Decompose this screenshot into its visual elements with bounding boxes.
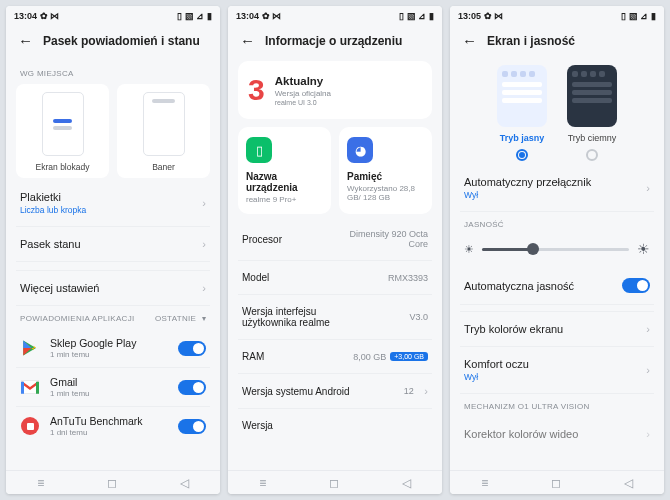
status-time: 13:04	[14, 11, 37, 21]
storage-icon: ◕	[347, 137, 373, 163]
ram-expansion-badge: +3,00 GB	[390, 352, 428, 361]
row-auto-switch-sub: Wył	[464, 190, 591, 200]
section-label-location: WG MIEJSCA	[16, 61, 210, 84]
row-version[interactable]: Wersja	[238, 409, 432, 442]
row-color-mode-title: Tryb kolorów ekranu	[464, 323, 563, 335]
nav-back-icon[interactable]: ◁	[180, 476, 189, 490]
nav-home-icon[interactable]: ◻	[329, 476, 339, 490]
page-header: ← Pasek powiadomień i stanu	[6, 26, 220, 61]
theme-light[interactable]: Tryb jasny	[497, 65, 547, 161]
nav-bar: ≡ ◻ ◁	[6, 470, 220, 494]
row-processor-value: Dimensity 920 Octa Core	[338, 229, 428, 249]
sort-recent[interactable]: OSTATNIE ▾	[155, 314, 206, 323]
nav-recent-icon[interactable]: ≡	[37, 476, 44, 490]
radio-dark[interactable]	[586, 149, 598, 161]
nav-home-icon[interactable]: ◻	[551, 476, 561, 490]
row-model[interactable]: Model RMX3393	[238, 261, 432, 295]
section-label-apps: POWIADOMIENIA APLIKACJI OSTATNIE ▾	[16, 306, 210, 329]
row-pasek-stanu[interactable]: Pasek stanu ›	[16, 227, 210, 262]
card-storage[interactable]: ◕ Pamięć Wykorzystano 28,8 GB/ 128 GB	[339, 127, 432, 214]
row-ui-version-label: Wersja interfejsu użytkownika realme	[242, 306, 362, 328]
back-icon[interactable]: ←	[18, 32, 33, 49]
card-banner[interactable]: Baner	[117, 84, 210, 178]
row-auto-switch[interactable]: Automatyczny przełącznik Wył ›	[460, 165, 654, 212]
nav-recent-icon[interactable]: ≡	[259, 476, 266, 490]
row-plakietki[interactable]: Plakietki Liczba lub kropka ›	[16, 180, 210, 227]
row-wiecej-title: Więcej ustawień	[20, 282, 99, 294]
card-lockscreen-label: Ekran blokady	[36, 162, 90, 172]
card-device-name[interactable]: ▯ Nazwa urządzenia realme 9 Pro+	[238, 127, 331, 214]
row-ram[interactable]: RAM 8,00 GB +3,00 GB	[238, 340, 432, 374]
row-video-color-corrector[interactable]: Korektor kolorów wideo ›	[460, 417, 654, 440]
back-icon[interactable]: ←	[462, 32, 477, 49]
gmail-icon	[20, 377, 40, 397]
chevron-right-icon: ›	[202, 282, 206, 294]
screen-about-device: 13:04 ✿ ⋈ ▯ ▧ ⊿ ▮ ← Informacje o urządze…	[228, 6, 442, 494]
back-icon[interactable]: ←	[240, 32, 255, 49]
preview-dark-mode	[567, 65, 617, 127]
card-lockscreen[interactable]: Ekran blokady	[16, 84, 109, 178]
nav-bar: ≡ ◻ ◁	[228, 470, 442, 494]
toggle-gmail[interactable]	[178, 380, 206, 395]
row-ui-version[interactable]: Wersja interfejsu użytkownika realme V3.…	[238, 295, 432, 340]
app-row-play[interactable]: Sklep Google Play 1 min temu	[16, 329, 210, 368]
preview-light-mode	[497, 65, 547, 127]
status-bar: 13:05 ✿ ⋈ ▯ ▧ ⊿ ▮	[450, 6, 664, 26]
chevron-right-icon: ›	[202, 238, 206, 250]
app-row-antutu[interactable]: AnTuTu Benchmark 1 dni temu	[16, 407, 210, 445]
svg-rect-6	[36, 382, 39, 394]
status-icons-right: ▯ ▧ ⊿ ▮	[399, 11, 434, 21]
row-eye-comfort-sub: Wył	[464, 372, 529, 382]
chevron-right-icon: ›	[202, 197, 206, 209]
row-version-label: Wersja	[242, 420, 273, 431]
nav-back-icon[interactable]: ◁	[624, 476, 633, 490]
toggle-antutu[interactable]	[178, 419, 206, 434]
section-label-brightness: JASNOŚĆ	[460, 212, 654, 235]
row-color-mode[interactable]: Tryb kolorów ekranu ›	[460, 311, 654, 347]
antutu-icon	[20, 416, 40, 436]
status-icons-left: ✿ ⋈	[40, 11, 60, 21]
row-auto-switch-title: Automatyczny przełącznik	[464, 176, 591, 188]
status-bar: 13:04 ✿ ⋈ ▯ ▧ ⊿ ▮	[228, 6, 442, 26]
update-status-title: Aktualny	[275, 75, 331, 87]
page-header: ← Informacje o urządzeniu	[228, 26, 442, 61]
toggle-play[interactable]	[178, 341, 206, 356]
row-eye-comfort-title: Komfort oczu	[464, 358, 529, 370]
card-storage-title: Pamięć	[347, 171, 424, 182]
nav-recent-icon[interactable]: ≡	[481, 476, 488, 490]
status-time: 13:05	[458, 11, 481, 21]
nav-bar: ≡ ◻ ◁	[450, 470, 664, 494]
row-ram-label: RAM	[242, 351, 264, 362]
card-update-status[interactable]: 3 Aktualny Wersja oficjalna realme UI 3.…	[238, 61, 432, 119]
phone-icon: ▯	[246, 137, 272, 163]
status-icons-left: ✿ ⋈	[484, 11, 504, 21]
app-sub: 1 dni temu	[50, 428, 178, 437]
section-label-ultra-vision: MECHANIZM O1 ULTRA VISION	[460, 394, 654, 417]
app-name: Gmail	[50, 376, 178, 388]
row-processor[interactable]: Procesor Dimensity 920 Octa Core	[238, 218, 432, 261]
row-eye-comfort[interactable]: Komfort oczu Wył ›	[460, 347, 654, 394]
card-banner-label: Baner	[152, 162, 175, 172]
row-model-value: RMX3393	[388, 273, 428, 283]
realme-ui-3-icon: 3	[248, 73, 265, 107]
brightness-slider[interactable]	[482, 248, 629, 251]
theme-dark-label: Tryb ciemny	[568, 133, 617, 143]
theme-dark[interactable]: Tryb ciemny	[567, 65, 617, 161]
row-android-version[interactable]: Wersja systemu Android 12 ›	[238, 374, 432, 409]
play-store-icon	[20, 338, 40, 358]
theme-light-label: Tryb jasny	[500, 133, 545, 143]
status-icons-right: ▯ ▧ ⊿ ▮	[177, 11, 212, 21]
app-row-gmail[interactable]: Gmail 1 min temu	[16, 368, 210, 407]
row-wiecej[interactable]: Więcej ustawień ›	[16, 270, 210, 306]
nav-home-icon[interactable]: ◻	[107, 476, 117, 490]
radio-light[interactable]	[516, 149, 528, 161]
nav-back-icon[interactable]: ◁	[402, 476, 411, 490]
status-time: 13:04	[236, 11, 259, 21]
chevron-right-icon: ›	[646, 428, 650, 440]
row-processor-label: Procesor	[242, 234, 282, 245]
app-name: AnTuTu Benchmark	[50, 415, 178, 427]
card-device-name-sub: realme 9 Pro+	[246, 195, 323, 204]
row-auto-brightness[interactable]: Automatyczna jasność	[460, 267, 654, 305]
toggle-auto-brightness[interactable]	[622, 278, 650, 293]
preview-lockscreen	[42, 92, 84, 156]
